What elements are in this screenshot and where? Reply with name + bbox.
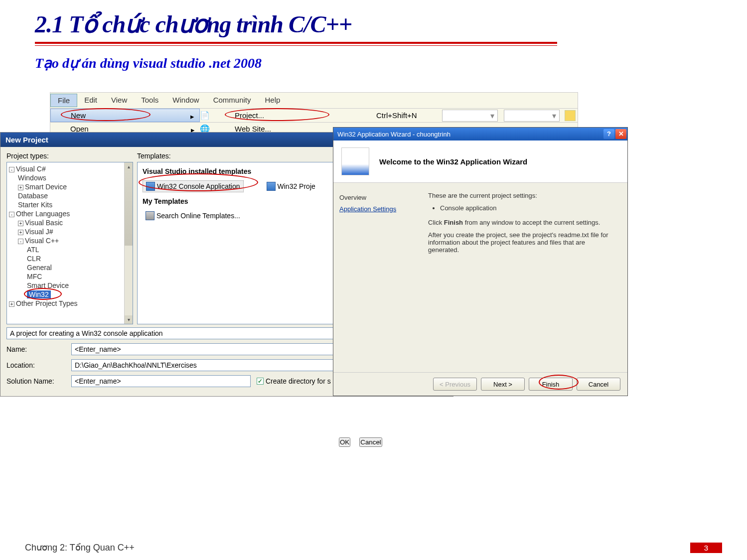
menu-community[interactable]: Community	[206, 94, 258, 107]
scroll-thumb[interactable]	[125, 171, 133, 246]
tree-clr[interactable]: CLR	[9, 254, 131, 263]
wizard-cancel-button[interactable]: Cancel	[577, 378, 620, 391]
tree-other-project-types[interactable]: Other Project Types	[16, 299, 77, 307]
menu-new-project-shortcut: Ctrl+Shift+N	[374, 109, 439, 122]
toolbar-dropdown-1[interactable]	[442, 110, 498, 122]
wizard-finish-button[interactable]: Finish	[529, 378, 573, 391]
template-search-online-label: Search Online Templates...	[156, 212, 240, 220]
menu-new-project[interactable]: Project...	[215, 109, 374, 122]
cancel-button[interactable]: Cancel	[359, 437, 382, 447]
tree-expand-icon[interactable]: +	[18, 221, 23, 226]
solution-name-label: Solution Name:	[6, 377, 71, 385]
footer-page-number: 3	[690, 543, 722, 553]
subtitle: Tạo dự án dùng visual studio .net 2008	[35, 55, 712, 71]
tree-vcpp[interactable]: Visual C++	[25, 237, 59, 245]
tree-general[interactable]: General	[9, 263, 131, 272]
tree-expand-icon[interactable]: +	[18, 230, 23, 235]
wizard-title: Win32 Application Wizard - chuongtrinh	[334, 131, 450, 138]
project-icon: 📄	[200, 111, 210, 120]
wizard-welcome: Welcome to the Win32 Application Wizard	[379, 157, 527, 166]
create-directory-label: Create directory for s	[266, 377, 331, 385]
page-title: 2.1 Tổ chức chương trình C/C++	[35, 10, 712, 38]
scroll-up-icon[interactable]: ▴	[125, 162, 133, 171]
wizard-readme-hint: After you create the project, see the pr…	[428, 231, 617, 254]
wizard-bullet-console: Console application	[440, 204, 617, 212]
menu-file-new-label: New	[71, 111, 86, 120]
template-win32-console-label: Win32 Console Application	[157, 182, 240, 190]
win32-wizard-dialog: Win32 Application Wizard - chuongtrinh ?…	[333, 127, 628, 396]
tree-other-lang[interactable]: Other Languages	[16, 210, 70, 218]
tree-scrollbar[interactable]: ▴ ▾	[124, 162, 133, 324]
wizard-nav-overview[interactable]: Overview	[339, 192, 417, 203]
template-win32-project-label: Win32 Proje	[278, 182, 315, 190]
tree-vj[interactable]: Visual J#	[25, 228, 53, 236]
menu-file-new[interactable]: New ▸	[50, 109, 200, 122]
create-directory-checkbox[interactable]	[257, 378, 264, 385]
tree-expand-icon[interactable]: +	[18, 185, 23, 190]
menu-tools[interactable]: Tools	[134, 94, 165, 107]
tree-smart-device[interactable]: Smart Device	[25, 183, 67, 191]
menu-view[interactable]: View	[104, 94, 134, 107]
project-types-label: Project types:	[6, 152, 137, 160]
menu-help[interactable]: Help	[258, 94, 288, 107]
wizard-icon	[341, 147, 369, 175]
tree-collapse-icon[interactable]: -	[18, 239, 23, 244]
wizard-settings-intro: These are the current project settings:	[428, 192, 617, 199]
wizard-titlebar: Win32 Application Wizard - chuongtrinh ?…	[333, 128, 627, 140]
scroll-down-icon[interactable]: ▾	[125, 315, 133, 324]
name-label: Name:	[6, 345, 71, 353]
search-icon	[146, 211, 154, 220]
wizard-previous-button: < Previous	[433, 378, 477, 391]
wizard-next-button[interactable]: Next >	[481, 378, 525, 391]
tree-database[interactable]: Database	[9, 191, 131, 200]
ok-button[interactable]: OK	[339, 437, 350, 447]
tree-vcs[interactable]: Visual C#	[16, 165, 46, 173]
tree-starter-kits[interactable]: Starter Kits	[9, 200, 131, 209]
wizard-nav-settings[interactable]: Application Settings	[339, 203, 417, 215]
tree-vb[interactable]: Visual Basic	[25, 219, 63, 227]
tree-windows[interactable]: Windows	[9, 173, 131, 182]
title-underline	[35, 42, 557, 46]
tree-win32-selected[interactable]: Win32	[27, 290, 51, 298]
menu-window[interactable]: Window	[165, 94, 206, 107]
menu-edit[interactable]: Edit	[77, 94, 104, 107]
templates-label: Templates:	[137, 152, 171, 160]
tree-mfc[interactable]: MFC	[9, 272, 131, 281]
tree-collapse-icon[interactable]: -	[9, 212, 14, 217]
help-icon[interactable]: ?	[603, 129, 614, 139]
chevron-right-icon: ▸	[190, 112, 194, 121]
project-types-tree[interactable]: -Visual C# Windows +Smart Device Databas…	[6, 162, 133, 324]
tree-smart-device-2[interactable]: Smart Device	[9, 281, 131, 290]
menu-file[interactable]: File	[50, 94, 77, 107]
template-icon	[146, 182, 155, 191]
menu-new-project-label: Project...	[235, 111, 264, 120]
footer-chapter: Chương 2: Tổng Quan C++	[25, 542, 135, 553]
tree-atl[interactable]: ATL	[9, 245, 131, 254]
template-icon	[267, 182, 276, 191]
wizard-content: These are the current project settings: …	[423, 183, 627, 372]
template-win32-project[interactable]: Win32 Proje	[264, 180, 318, 192]
toolbar-dropdown-2[interactable]	[504, 110, 560, 122]
tree-collapse-icon[interactable]: -	[9, 167, 14, 172]
template-win32-console[interactable]: Win32 Console Application	[143, 180, 244, 192]
close-icon[interactable]: ✕	[615, 129, 626, 139]
wizard-finish-hint: Click Finish from any window to accept t…	[428, 219, 617, 226]
tree-expand-icon[interactable]: +	[9, 301, 14, 307]
folder-icon[interactable]	[565, 110, 576, 121]
template-search-online[interactable]: Search Online Templates...	[143, 210, 243, 221]
location-label: Location:	[6, 361, 71, 369]
solution-name-input[interactable]	[71, 375, 251, 387]
